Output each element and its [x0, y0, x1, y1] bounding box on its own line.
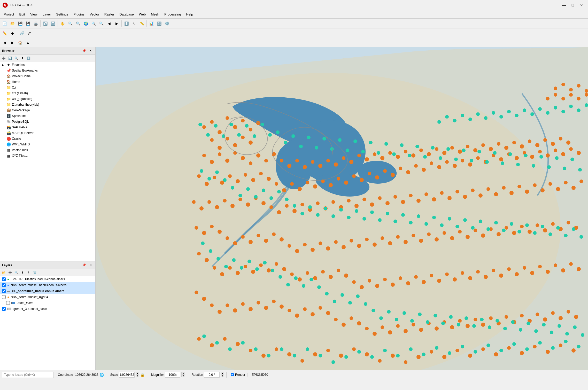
scale-input[interactable] — [119, 372, 135, 378]
layers-move-down-btn[interactable]: ⬇ — [26, 270, 32, 276]
browser-c-drive[interactable]: 📁 C:\ — [0, 85, 95, 90]
browser-z-drive[interactable]: 📁 Z:\ (urbantheorylab) — [0, 102, 95, 107]
undo-btn[interactable]: ↩️ — [42, 20, 49, 27]
nav-forward-btn[interactable]: ▶ — [9, 39, 16, 46]
layer-main-lakes-checkbox[interactable] — [6, 301, 10, 305]
scale-up-btn[interactable]: ▲ — [136, 372, 139, 375]
minimize-button[interactable]: — — [560, 2, 568, 8]
browser-add-btn[interactable]: ➕ — [1, 56, 7, 61]
layer-greater-basin-checkbox[interactable] — [2, 307, 6, 311]
browser-xyz-tiles[interactable]: ▦ XYZ Tiles... — [0, 153, 95, 159]
menu-mesh[interactable]: Mesh — [148, 11, 162, 17]
browser-sap-hana[interactable]: 🗃️ SAP HANA — [0, 124, 95, 130]
render-checkbox[interactable] — [231, 373, 234, 376]
rotation-down-btn[interactable]: ▼ — [221, 375, 224, 377]
scale-down-btn[interactable]: ▼ — [136, 375, 139, 377]
save-as-btn[interactable]: 💾 — [24, 20, 32, 27]
rotation-up-btn[interactable]: ▲ — [221, 372, 224, 375]
layer-gl-shorelines[interactable]: ▬ GL_shorelines_nad83-conus-albers — [0, 288, 95, 294]
browser-ms-sql[interactable]: 🗃️ MS SQL Server — [0, 130, 95, 136]
attribute-table-btn[interactable]: 📊 — [148, 20, 155, 27]
menu-layer[interactable]: Layer — [40, 11, 54, 17]
close-button[interactable]: ✕ — [578, 2, 585, 8]
layer-nas-zebra-wgs84[interactable]: ● NAS_zebra-mussel_wgs84 — [0, 294, 95, 300]
browser-project-home[interactable]: 🏠 Project Home — [0, 73, 95, 79]
window-controls[interactable]: — □ ✕ — [560, 2, 585, 8]
magnifier-down-btn[interactable]: ▼ — [181, 375, 185, 377]
menu-processing[interactable]: Processing — [162, 11, 183, 17]
label-btn[interactable]: 🏷 — [26, 30, 33, 37]
redo-btn[interactable]: ↪️ — [49, 20, 57, 27]
pan-btn[interactable]: ✋ — [59, 20, 66, 27]
menu-web[interactable]: Web — [136, 11, 149, 17]
menu-raster[interactable]: Raster — [102, 11, 117, 17]
menu-database[interactable]: Database — [117, 11, 136, 17]
magnifier-input[interactable] — [165, 372, 180, 378]
layer-greater-basin[interactable]: greater_3-4-coast_basin — [0, 306, 95, 312]
browser-oracle[interactable]: 🔴 Oracle — [0, 136, 95, 142]
browser-properties-btn[interactable]: ℹ️ — [26, 56, 32, 61]
menu-vector[interactable]: Vector — [87, 11, 102, 17]
node-btn[interactable]: ◆ — [9, 30, 16, 37]
layer-nas-zebra-nad83[interactable]: ● NAS_zebra-mussel_nad83-conus-albers — [0, 282, 95, 288]
menu-view[interactable]: View — [28, 11, 40, 17]
epsg-section[interactable]: EPSG:5070 — [250, 373, 270, 377]
layers-open-btn[interactable]: 📂 — [1, 270, 7, 276]
snap-btn[interactable]: 🔗 — [18, 30, 26, 37]
zoom-layer-btn[interactable]: 🔍 — [90, 20, 97, 27]
identify-btn[interactable]: ℹ️ — [123, 20, 130, 27]
zoom-next-btn[interactable]: ▶ — [113, 20, 120, 27]
layers-close-btn[interactable]: ✕ — [88, 262, 93, 268]
epsg-label[interactable]: EPSG:5070 — [252, 373, 268, 377]
layers-add-btn[interactable]: ➕ — [7, 270, 13, 276]
select-btn[interactable]: ↖ — [130, 20, 138, 27]
zoom-in-btn[interactable]: 🔍 — [67, 20, 74, 27]
browser-geopackage[interactable]: 📦 GeoPackage — [0, 107, 95, 113]
layers-pin-btn[interactable]: 📌 — [81, 262, 87, 268]
locate-input[interactable] — [2, 372, 54, 378]
nav-back-btn[interactable]: ◀ — [1, 39, 8, 46]
nav-home-btn[interactable]: 🏠 — [17, 39, 24, 46]
browser-close-btn[interactable]: ✕ — [88, 48, 93, 54]
map-canvas[interactable] — [96, 47, 588, 370]
layers-filter-btn[interactable]: 🔍 — [13, 270, 19, 276]
browser-pin-btn[interactable]: 📌 — [81, 48, 87, 54]
browser-filter-btn[interactable]: 🔍 — [13, 56, 19, 61]
menu-edit[interactable]: Edit — [17, 11, 27, 17]
layers-move-up-btn[interactable]: ⬆ — [20, 270, 25, 276]
new-project-btn[interactable]: 📄 — [1, 20, 8, 27]
menu-project[interactable]: Project — [1, 11, 17, 17]
processing-btn[interactable]: ⚙️ — [163, 20, 171, 27]
menu-plugins[interactable]: Plugins — [71, 11, 87, 17]
browser-spatialite[interactable]: 🗄️ SpatiaLite — [0, 113, 95, 119]
layer-epa-tri-checkbox[interactable] — [2, 277, 6, 281]
layer-main-lakes[interactable]: main_lakes — [0, 300, 95, 306]
menu-help[interactable]: Help — [183, 11, 196, 17]
menu-settings[interactable]: Settings — [53, 11, 71, 17]
layer-nas-zebra-wgs84-checkbox[interactable] — [2, 295, 6, 299]
digitize-btn[interactable]: ✏️ — [1, 30, 8, 37]
browser-u-drive[interactable]: 📁 U:\ (grgabasic) — [0, 96, 95, 102]
magnifier-up-btn[interactable]: ▲ — [181, 372, 185, 375]
browser-home[interactable]: 🏠 Home — [0, 79, 95, 85]
layer-epa-tri[interactable]: ● EPA_TRI_Plastics_nad83-conus-albers — [0, 276, 95, 282]
maximize-button[interactable]: □ — [569, 2, 577, 8]
layer-nas-zebra-nad83-checkbox[interactable] — [2, 283, 6, 287]
zoom-out-btn[interactable]: 🔍 — [74, 20, 82, 27]
zoom-full-btn[interactable]: 🌍 — [82, 20, 89, 27]
field-calc-btn[interactable]: 🔢 — [156, 20, 163, 27]
browser-postgresql[interactable]: 🐘 PostgreSQL — [0, 119, 95, 124]
browser-spatial-bookmarks[interactable]: 📌 Spatial Bookmarks — [0, 68, 95, 73]
nav-up-btn[interactable]: ▲ — [24, 39, 32, 46]
browser-vector-tiles[interactable]: ▦ Vector Tiles — [0, 147, 95, 153]
zoom-prev-btn[interactable]: ◀ — [105, 20, 113, 27]
save-btn[interactable]: 💾 — [17, 20, 24, 27]
browser-refresh-btn[interactable]: 🔄 — [7, 56, 13, 61]
browser-favorites[interactable]: ▶ ★ Favorites — [0, 62, 95, 68]
zoom-selection-btn[interactable]: 🔍 — [98, 20, 105, 27]
browser-wms[interactable]: 🌐 WMS/WMTS — [0, 142, 95, 147]
layers-remove-btn[interactable]: 🗑️ — [32, 270, 38, 276]
browser-g-drive[interactable]: 📁 G:\ (ssdlab) — [0, 90, 95, 96]
open-btn[interactable]: 📂 — [9, 20, 16, 27]
rotation-input[interactable] — [204, 372, 220, 378]
